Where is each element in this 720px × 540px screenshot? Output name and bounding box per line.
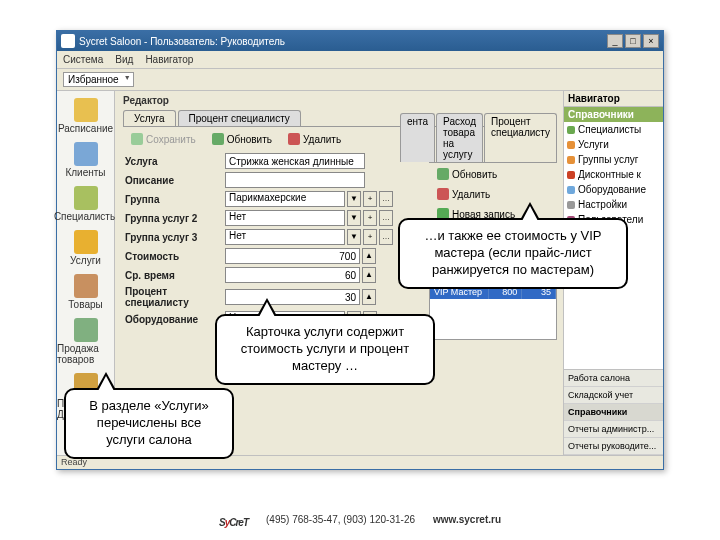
window-title: Sycret Saloon - Пользователь: Руководите… xyxy=(79,36,285,47)
refresh-icon xyxy=(437,168,449,180)
callout-vip-price: …и также ее стоимость у VIP мастера (есл… xyxy=(398,218,628,289)
select-group2[interactable]: Нет xyxy=(225,210,345,226)
footer-phones: (495) 768-35-47, (903) 120-31-26 xyxy=(266,514,415,525)
rail-specialists[interactable]: Специалисты xyxy=(57,183,114,225)
section-refs[interactable]: Справочники xyxy=(564,404,663,421)
label-desc: Описание xyxy=(125,175,225,186)
rail-goods[interactable]: Товары xyxy=(57,271,114,313)
group-dd-icon[interactable]: ▼ xyxy=(347,191,361,207)
select-group[interactable]: Парикмахерские xyxy=(225,191,345,207)
delete-button[interactable]: Удалить xyxy=(282,131,347,147)
callout-services-section: В разделе «Услуги» перечислены все услуг… xyxy=(64,388,234,459)
label-time: Ср. время xyxy=(125,270,225,281)
label-group: Группа xyxy=(125,194,225,205)
input-desc[interactable] xyxy=(225,172,365,188)
rail-services[interactable]: Услуги xyxy=(57,227,114,269)
label-group2: Группа услуг 2 xyxy=(125,213,225,224)
subtab-a[interactable]: ента xyxy=(400,113,435,162)
input-percent[interactable] xyxy=(225,289,360,305)
spinner-icon[interactable]: ▲ xyxy=(362,248,376,264)
folder-icon xyxy=(567,156,575,164)
input-time[interactable] xyxy=(225,267,360,283)
group-add-icon[interactable]: + xyxy=(363,191,377,207)
clients-icon xyxy=(74,142,98,166)
callout-service-card: Карточка услуги содержит стоимость услуг… xyxy=(215,314,435,385)
label-service: Услуга xyxy=(125,156,225,167)
input-cost[interactable] xyxy=(225,248,360,264)
calendar-icon xyxy=(74,98,98,122)
navigator-sections: Работа салона Складской учет Справочники… xyxy=(564,369,663,455)
rail-clients[interactable]: Клиенты xyxy=(57,139,114,181)
section-salon[interactable]: Работа салона xyxy=(564,370,663,387)
save-button[interactable]: Сохранить xyxy=(125,131,202,147)
nav-item-groups[interactable]: Группы услуг xyxy=(564,152,663,167)
nav-item-services[interactable]: Услуги xyxy=(564,137,663,152)
delete-icon xyxy=(288,133,300,145)
section-reports-director[interactable]: Отчеты руководите... xyxy=(564,438,663,455)
navigator-section-header: Справочники xyxy=(564,107,663,122)
nav-item-discount[interactable]: Дисконтные к xyxy=(564,167,663,182)
sub-delete-button[interactable]: Удалить xyxy=(431,186,496,202)
delete-icon xyxy=(437,188,449,200)
footer-site: www.sycret.ru xyxy=(433,514,501,525)
select-group3[interactable]: Нет xyxy=(225,229,345,245)
navigator-title: Навигатор xyxy=(564,91,663,107)
gear-icon xyxy=(567,201,575,209)
slide-footer: SyCreT (495) 768-35-47, (903) 120-31-26 … xyxy=(0,506,720,532)
menu-navigator[interactable]: Навигатор xyxy=(145,54,193,65)
app-icon xyxy=(61,34,75,48)
refresh-icon xyxy=(212,133,224,145)
grid-empty-area xyxy=(430,299,556,339)
maximize-button[interactable]: □ xyxy=(625,34,641,48)
services-icon xyxy=(74,230,98,254)
titlebar: Sycret Saloon - Пользователь: Руководите… xyxy=(57,31,663,51)
input-service[interactable] xyxy=(225,153,365,169)
section-stock[interactable]: Складской учет xyxy=(564,387,663,404)
tab-percent[interactable]: Процент специалисту xyxy=(178,110,301,126)
save-icon xyxy=(131,133,143,145)
folder-icon xyxy=(567,141,575,149)
folder-icon xyxy=(567,186,575,194)
folder-icon xyxy=(567,126,575,134)
menu-system[interactable]: Система xyxy=(63,54,103,65)
nav-item-settings[interactable]: Настройки xyxy=(564,197,663,212)
label-group3: Группа услуг 3 xyxy=(125,232,225,243)
menu-view[interactable]: Вид xyxy=(115,54,133,65)
refresh-button[interactable]: Обновить xyxy=(206,131,278,147)
section-reports-admin[interactable]: Отчеты администр... xyxy=(564,421,663,438)
sales-icon xyxy=(74,318,98,342)
nav-item-equipment[interactable]: Оборудование xyxy=(564,182,663,197)
folder-icon xyxy=(567,171,575,179)
nav-item-specialists[interactable]: Специалисты xyxy=(564,122,663,137)
label-equip: Оборудование xyxy=(125,314,225,325)
editor-title: Редактор xyxy=(119,93,561,108)
logo: SyCreT xyxy=(219,506,248,532)
subtab-consumption[interactable]: Расход товара на услугу xyxy=(436,113,483,162)
rail-schedule[interactable]: Расписание xyxy=(57,95,114,137)
minimize-button[interactable]: _ xyxy=(607,34,623,48)
goods-icon xyxy=(74,274,98,298)
close-button[interactable]: × xyxy=(643,34,659,48)
sub-refresh-button[interactable]: Обновить xyxy=(431,166,503,182)
label-cost: Стоимость xyxy=(125,251,225,262)
group-more-icon[interactable]: … xyxy=(379,191,393,207)
toolbar: Избранное xyxy=(57,69,663,91)
tab-service[interactable]: Услуга xyxy=(123,110,176,126)
favorites-dropdown[interactable]: Избранное xyxy=(63,72,134,87)
rail-sales[interactable]: Продажа товаров xyxy=(57,315,114,368)
subtab-percent[interactable]: Процент специалисту xyxy=(484,113,557,162)
menubar: Система Вид Навигатор xyxy=(57,51,663,69)
label-percent: Процент специалисту xyxy=(125,286,225,308)
specialists-icon xyxy=(74,186,98,210)
